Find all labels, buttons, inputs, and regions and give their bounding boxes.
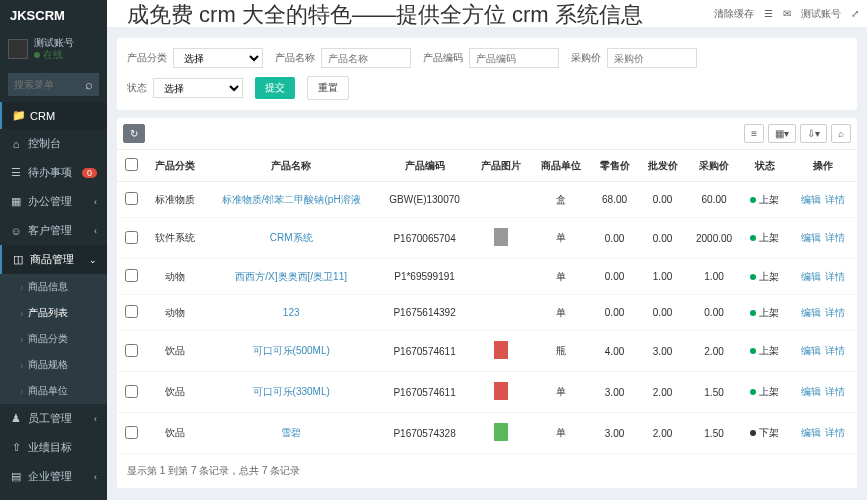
reset-button[interactable]: 重置 <box>307 76 349 100</box>
row-checkbox[interactable] <box>125 269 138 282</box>
filter-name-input[interactable] <box>321 48 411 68</box>
th-status[interactable]: 状态 <box>742 150 789 182</box>
product-image[interactable] <box>494 423 508 441</box>
expand-icon[interactable]: ⤢ <box>851 8 859 19</box>
cell-name-link[interactable]: 可口可乐(500ML) <box>253 345 330 356</box>
menu-enterprise[interactable]: ▤企业管理‹ <box>0 462 107 491</box>
submenu-product-spec[interactable]: 商品规格 <box>0 352 107 378</box>
submenu-product-info[interactable]: 商品信息 <box>0 274 107 300</box>
menu-product[interactable]: ◫商品管理⌄ <box>0 245 107 274</box>
menu-attendance[interactable]: ◷考勤管理‹ <box>0 491 107 500</box>
refresh-button[interactable]: ↻ <box>123 124 145 143</box>
cell-category: 标准物质 <box>146 182 205 218</box>
row-checkbox[interactable] <box>125 192 138 205</box>
th-code[interactable]: 产品编码 <box>377 150 471 182</box>
menu-office[interactable]: ▦办公管理‹ <box>0 187 107 216</box>
filter-purchase-input[interactable] <box>607 48 697 68</box>
user-panel: 测试账号 在线 <box>0 31 107 67</box>
detail-link[interactable]: 详情 <box>825 271 845 282</box>
building-icon: ▤ <box>10 470 22 483</box>
row-checkbox[interactable] <box>125 231 138 244</box>
menu-customer[interactable]: ☺客户管理‹ <box>0 216 107 245</box>
menu-dashboard[interactable]: ⌂控制台 <box>0 129 107 158</box>
topbar-icon[interactable]: ☰ <box>764 8 773 19</box>
cell-wholesale: 3.00 <box>639 331 687 372</box>
cell-wholesale: 2.00 <box>639 413 687 454</box>
avatar[interactable] <box>8 39 28 59</box>
cell-name-link[interactable]: 可口可乐(330ML) <box>253 386 330 397</box>
filter-category-select[interactable]: 选择 <box>173 48 263 68</box>
submenu-product-category[interactable]: 商品分类 <box>0 326 107 352</box>
edit-link[interactable]: 编辑 <box>801 307 821 318</box>
cell-wholesale: 0.00 <box>639 295 687 331</box>
th-wholesale[interactable]: 批发价 <box>639 150 687 182</box>
clear-cache-link[interactable]: 清除缓存 <box>714 7 754 21</box>
row-checkbox[interactable] <box>125 426 138 439</box>
table-row: 动物 西西方/X]奥奥西[/奥卫11] P1*69599191 单 0.00 1… <box>117 259 857 295</box>
cell-category: 饮品 <box>146 372 205 413</box>
detail-link[interactable]: 详情 <box>825 427 845 438</box>
submenu-product-unit[interactable]: 商品单位 <box>0 378 107 404</box>
select-all-checkbox[interactable] <box>125 158 138 171</box>
filter-purchase-label: 采购价 <box>571 51 601 65</box>
product-image[interactable] <box>494 382 508 400</box>
search-toggle-button[interactable]: ⌕ <box>831 124 851 143</box>
chevron-icon: ‹ <box>94 197 97 207</box>
cell-retail: 0.00 <box>591 259 639 295</box>
menu-crm[interactable]: 📁CRM <box>0 102 107 129</box>
product-image[interactable] <box>494 341 508 359</box>
filter-name-label: 产品名称 <box>275 51 315 65</box>
cell-purchase: 2000.00 <box>687 218 742 259</box>
cell-name-link[interactable]: CRM系统 <box>270 232 313 243</box>
topbar-user[interactable]: 测试账号 <box>801 7 841 21</box>
product-image[interactable] <box>494 228 508 246</box>
detail-link[interactable]: 详情 <box>825 194 845 205</box>
filter-status-select[interactable]: 选择 <box>153 78 243 98</box>
th-action[interactable]: 操作 <box>788 150 857 182</box>
edit-link[interactable]: 编辑 <box>801 427 821 438</box>
filter-code-label: 产品编码 <box>423 51 463 65</box>
edit-link[interactable]: 编辑 <box>801 232 821 243</box>
edit-link[interactable]: 编辑 <box>801 194 821 205</box>
menu-search-btn[interactable]: ⌕ <box>79 73 99 96</box>
cell-name-link[interactable]: 标准物质/邻苯二甲酸钠(pH溶液 <box>222 194 361 205</box>
row-checkbox[interactable] <box>125 305 138 318</box>
menu-staff[interactable]: ♟员工管理‹ <box>0 404 107 433</box>
menu-todo[interactable]: ☰待办事项0 <box>0 158 107 187</box>
topbar-icon[interactable]: ✉ <box>783 8 791 19</box>
toggle-view-button[interactable]: ≡ <box>744 124 764 143</box>
row-checkbox[interactable] <box>125 344 138 357</box>
menu-search: ⌕ <box>8 73 99 96</box>
th-name[interactable]: 产品名称 <box>205 150 377 182</box>
edit-link[interactable]: 编辑 <box>801 386 821 397</box>
th-retail[interactable]: 零售价 <box>591 150 639 182</box>
cell-name-link[interactable]: 雪碧 <box>281 427 301 438</box>
th-unit[interactable]: 商品单位 <box>531 150 590 182</box>
cell-purchase: 60.00 <box>687 182 742 218</box>
columns-button[interactable]: ▦▾ <box>768 124 796 143</box>
menu-performance[interactable]: ⇧业绩目标 <box>0 433 107 462</box>
export-button[interactable]: ⇩▾ <box>800 124 827 143</box>
filter-code-input[interactable] <box>469 48 559 68</box>
detail-link[interactable]: 详情 <box>825 345 845 356</box>
submit-button[interactable]: 提交 <box>255 77 295 99</box>
th-purchase[interactable]: 采购价 <box>687 150 742 182</box>
detail-link[interactable]: 详情 <box>825 307 845 318</box>
cell-retail: 68.00 <box>591 182 639 218</box>
menu-search-input[interactable] <box>8 73 79 96</box>
detail-link[interactable]: 详情 <box>825 232 845 243</box>
edit-link[interactable]: 编辑 <box>801 271 821 282</box>
status-badge: 下架 <box>750 426 779 440</box>
cell-name-link[interactable]: 123 <box>283 307 300 318</box>
th-category[interactable]: 产品分类 <box>146 150 205 182</box>
chevron-icon: ‹ <box>94 414 97 424</box>
cell-image <box>472 372 531 413</box>
row-checkbox[interactable] <box>125 385 138 398</box>
detail-link[interactable]: 详情 <box>825 386 845 397</box>
folder-icon: 📁 <box>12 109 24 122</box>
cell-name-link[interactable]: 西西方/X]奥奥西[/奥卫11] <box>235 271 347 282</box>
submenu-product-list[interactable]: 产品列表 <box>0 300 107 326</box>
edit-link[interactable]: 编辑 <box>801 345 821 356</box>
main-content: 成免费 crm 大全的特色——提供全方位 crm 系统信息 清除缓存 ☰ ✉ 测… <box>107 0 867 500</box>
th-image[interactable]: 产品图片 <box>472 150 531 182</box>
